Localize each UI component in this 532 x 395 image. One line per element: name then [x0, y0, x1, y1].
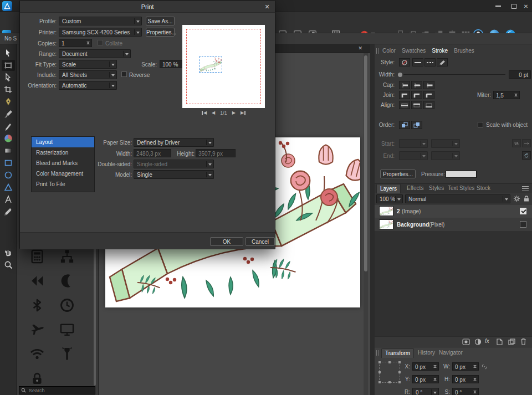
delete-layer-icon[interactable]: [520, 338, 526, 346]
layer-visibility-checkbox[interactable]: [520, 221, 526, 228]
moon-icon[interactable]: [59, 273, 75, 289]
previous-page-button[interactable]: ◀: [212, 110, 215, 115]
h-input[interactable]: 0 px: [452, 375, 479, 383]
order-behind-button[interactable]: [399, 121, 410, 129]
order-front-button[interactable]: [411, 121, 422, 129]
tab-color[interactable]: Color: [382, 48, 396, 54]
triangle-tool[interactable]: [2, 182, 15, 193]
app-logo-icon[interactable]: [2, 1, 12, 11]
section-layout[interactable]: Layout: [32, 137, 94, 147]
search-input[interactable]: [28, 387, 93, 394]
print-dialog-titlebar[interactable]: Print: [20, 1, 275, 13]
shear-input[interactable]: 0 °: [452, 388, 479, 395]
rectangle-tool[interactable]: [2, 157, 15, 168]
stroke-width-slider-knob[interactable]: [398, 73, 402, 77]
brush-tool[interactable]: [2, 109, 15, 120]
vertical-scrollbar-thumb[interactable]: [364, 55, 367, 271]
pressure-profile-box[interactable]: [446, 171, 477, 178]
save-as-button[interactable]: Save As...: [146, 17, 175, 25]
orientation-dropdown[interactable]: Automatic: [59, 81, 117, 90]
layer-row-image[interactable]: 2 (Image): [375, 205, 532, 218]
stroke-panel-grip[interactable]: [376, 48, 378, 55]
anchor-point-selector[interactable]: [379, 362, 400, 383]
first-page-button[interactable]: ◀: [202, 110, 207, 115]
start-size-dropdown[interactable]: [431, 139, 460, 148]
model-dropdown[interactable]: Single: [134, 170, 214, 179]
crop-tool[interactable]: [2, 84, 15, 95]
stroke-width-slider-track[interactable]: [403, 74, 505, 75]
window-close-button[interactable]: ✕: [520, 0, 532, 12]
last-page-button[interactable]: ▶: [241, 110, 245, 115]
bluetooth-icon[interactable]: [29, 297, 45, 314]
layer-settings-gear-icon[interactable]: [513, 195, 520, 203]
wifi-icon[interactable]: [29, 346, 45, 362]
align-center-button[interactable]: [399, 101, 410, 109]
tab-layers[interactable]: Layers: [376, 184, 401, 193]
w-input[interactable]: 0 px: [452, 362, 479, 371]
printer-properties-button[interactable]: Properties...: [146, 28, 175, 37]
zoom-tool[interactable]: [2, 259, 15, 270]
tab-stroke[interactable]: Stroke: [432, 48, 448, 54]
new-group-icon[interactable]: [508, 338, 515, 346]
rotation-dropdown[interactable]: 0 °: [412, 388, 439, 395]
calculator-icon[interactable]: [29, 248, 45, 265]
layer-thumbnail[interactable]: [379, 206, 393, 216]
paper-size-dropdown[interactable]: Defined by Driver: [134, 138, 214, 147]
tab-stock[interactable]: Stock: [473, 184, 494, 193]
include-dropdown[interactable]: All Sheets: [59, 70, 117, 79]
layer-thumbnail[interactable]: [379, 219, 393, 229]
paper-width-input[interactable]: 2480,3 px: [134, 149, 171, 157]
collate-checkbox[interactable]: [98, 40, 103, 45]
miter-input[interactable]: 1,5: [493, 91, 520, 99]
ok-button[interactable]: OK: [210, 237, 243, 246]
new-layer-icon[interactable]: [497, 338, 503, 346]
clock-icon[interactable]: [59, 297, 75, 314]
tab-transform[interactable]: Transform: [381, 348, 414, 358]
airplane-icon[interactable]: [29, 321, 45, 338]
cancel-button[interactable]: Cancel: [245, 237, 275, 246]
stroke-properties-button[interactable]: Properties...: [380, 170, 416, 178]
color-wheel-tool[interactable]: [2, 133, 15, 144]
section-bleed-and-marks[interactable]: Bleed and Marks: [32, 158, 94, 168]
stroke-style-brush-button[interactable]: [437, 58, 448, 66]
transform-panel-grip[interactable]: [376, 350, 378, 357]
range-dropdown[interactable]: Document: [59, 49, 131, 58]
flowchart-icon[interactable]: [59, 248, 75, 265]
pen-tool[interactable]: [2, 96, 15, 107]
rewind-icon[interactable]: [29, 273, 45, 289]
artboard-tool[interactable]: [2, 60, 15, 71]
text-tool[interactable]: [2, 194, 15, 205]
opacity-dropdown[interactable]: 100 %: [376, 194, 403, 203]
blend-mode-dropdown[interactable]: Normal: [405, 194, 510, 203]
reverse-checkbox[interactable]: [121, 71, 127, 77]
layers-menu-icon[interactable]: [522, 186, 529, 191]
adjustment-layer-icon[interactable]: [474, 338, 482, 346]
double-sided-dropdown[interactable]: Single-sided: [134, 160, 214, 168]
layer-visibility-checkbox[interactable]: [520, 208, 526, 214]
cap-square-button[interactable]: [423, 81, 434, 89]
section-print-to-file[interactable]: Print To File: [32, 179, 94, 189]
lock-icon[interactable]: [29, 370, 45, 387]
align-outside-button[interactable]: [423, 101, 434, 109]
join-bevel-button[interactable]: [423, 91, 434, 99]
printer-dropdown[interactable]: Samsung SCX-4200 Series: [59, 28, 142, 37]
y-input[interactable]: 0 px: [412, 375, 439, 383]
move-tool[interactable]: [2, 48, 15, 59]
next-page-button[interactable]: ▶: [232, 110, 236, 115]
x-input[interactable]: 0 px: [412, 362, 439, 371]
stroke-style-none-button[interactable]: [399, 58, 410, 66]
reverse-curve-icon[interactable]: [522, 139, 531, 147]
display-icon[interactable]: [59, 321, 75, 338]
link-dimensions-icon[interactable]: [482, 364, 487, 371]
profile-dropdown[interactable]: Custom: [59, 17, 142, 25]
copies-input[interactable]: 1: [59, 39, 92, 47]
start-style-dropdown[interactable]: [399, 139, 428, 148]
end-size-dropdown[interactable]: [431, 151, 460, 160]
tab-effects[interactable]: Effects: [403, 184, 427, 193]
align-inside-button[interactable]: [411, 101, 422, 109]
knife-tool[interactable]: [2, 206, 15, 217]
cap-round-button[interactable]: [411, 81, 422, 89]
maximize-button[interactable]: [508, 0, 520, 12]
scale-with-object-checkbox[interactable]: [478, 122, 483, 127]
fx-icon[interactable]: fx: [485, 338, 489, 344]
